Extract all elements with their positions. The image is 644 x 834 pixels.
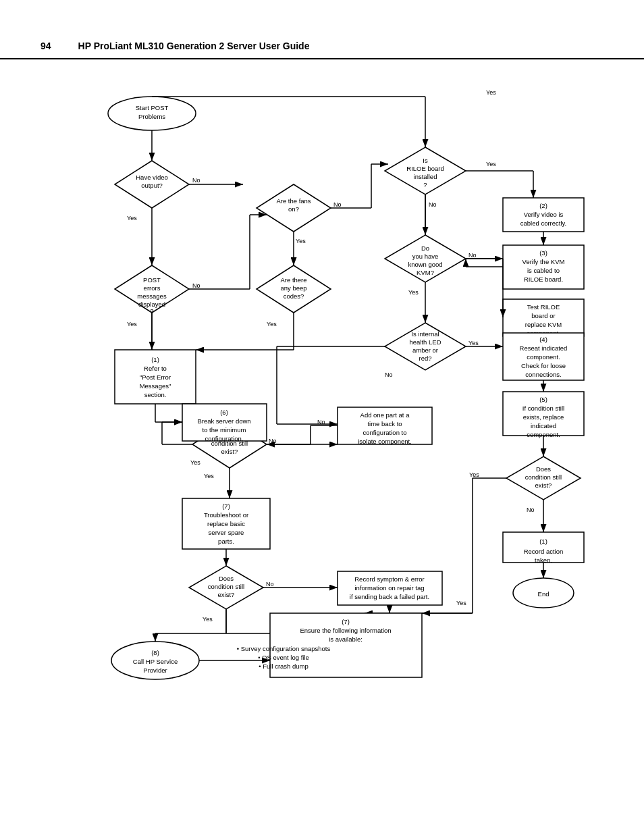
svg-text:(2): (2) bbox=[539, 202, 547, 209]
svg-text:if sending back a failed part.: if sending back a failed part. bbox=[350, 593, 429, 600]
svg-text:replace basic: replace basic bbox=[207, 520, 245, 527]
svg-text:Yes: Yes bbox=[469, 471, 479, 478]
svg-text:No: No bbox=[192, 282, 200, 289]
svg-text:codes?: codes? bbox=[284, 292, 304, 300]
svg-text:(8): (8) bbox=[151, 649, 159, 656]
svg-text:amber or: amber or bbox=[412, 346, 438, 354]
svg-text:you have: you have bbox=[412, 253, 439, 260]
svg-text:any beep: any beep bbox=[280, 284, 306, 292]
svg-text:RILOE board: RILOE board bbox=[406, 165, 444, 172]
svg-text:condition still: condition still bbox=[525, 473, 562, 481]
svg-text:on?: on? bbox=[288, 205, 299, 213]
svg-text:Yes: Yes bbox=[190, 459, 200, 466]
svg-text:Record action: Record action bbox=[524, 548, 564, 555]
svg-text:Yes: Yes bbox=[127, 321, 137, 328]
svg-text:RILOE board.: RILOE board. bbox=[524, 276, 563, 283]
svg-text:• Survey configuration snapsho: • Survey configuration snapshots bbox=[237, 645, 331, 652]
svg-text:POST: POST bbox=[143, 276, 161, 284]
svg-text:Is internal: Is internal bbox=[411, 330, 439, 338]
svg-text:Check for loose: Check for loose bbox=[521, 362, 566, 369]
svg-text:Have video: Have video bbox=[136, 174, 168, 181]
svg-text:(4): (4) bbox=[539, 336, 547, 343]
svg-text:Reseat indicated: Reseat indicated bbox=[520, 344, 568, 352]
svg-text:No: No bbox=[429, 201, 437, 208]
svg-text:Refer to: Refer to bbox=[144, 365, 167, 372]
svg-text:?: ? bbox=[423, 181, 427, 188]
svg-text:known good: known good bbox=[408, 261, 442, 268]
svg-text:Verify video is: Verify video is bbox=[524, 211, 564, 218]
svg-text:Yes: Yes bbox=[203, 616, 213, 623]
svg-text:configuration to: configuration to bbox=[363, 429, 407, 436]
svg-text:Messages": Messages" bbox=[140, 382, 171, 390]
svg-text:"Post Error: "Post Error bbox=[140, 373, 171, 381]
svg-text:server spare: server spare bbox=[209, 529, 244, 536]
svg-text:cabled correctly.: cabled correctly. bbox=[520, 219, 566, 227]
svg-text:information on repair tag: information on repair tag bbox=[355, 584, 425, 592]
svg-text:(6): (6) bbox=[220, 409, 228, 416]
svg-text:exist?: exist? bbox=[218, 591, 235, 598]
svg-text:Troubleshoot or: Troubleshoot or bbox=[204, 511, 248, 519]
svg-text:(1): (1) bbox=[151, 356, 159, 363]
page-number: 94 bbox=[41, 41, 51, 51]
svg-text:End: End bbox=[538, 590, 549, 598]
svg-text:section.: section. bbox=[144, 391, 167, 398]
svg-text:board or: board or bbox=[531, 312, 555, 319]
svg-text:output?: output? bbox=[141, 182, 163, 189]
diagram-container: Start POST Problems Have video output? Y… bbox=[0, 59, 644, 802]
svg-text:No: No bbox=[385, 371, 393, 378]
svg-text:(5): (5) bbox=[539, 396, 547, 403]
svg-text:to the minimum: to the minimum bbox=[203, 426, 246, 434]
svg-text:health LED: health LED bbox=[409, 338, 441, 346]
svg-text:Yes: Yes bbox=[267, 321, 277, 328]
svg-text:No: No bbox=[333, 201, 342, 208]
svg-text:condition still: condition still bbox=[208, 583, 244, 590]
svg-text:If condition still: If condition still bbox=[522, 405, 564, 412]
page-title: HP ProLiant ML310 Generation 2 Server Us… bbox=[78, 41, 310, 51]
svg-text:Start POST: Start POST bbox=[136, 104, 169, 111]
svg-text:No: No bbox=[527, 506, 535, 513]
svg-text:Yes: Yes bbox=[204, 473, 214, 479]
svg-text:Call HP Service: Call HP Service bbox=[133, 658, 178, 665]
svg-text:No: No bbox=[266, 581, 274, 588]
svg-text:Yes: Yes bbox=[486, 161, 496, 167]
svg-text:parts.: parts. bbox=[218, 538, 234, 545]
svg-text:indicated: indicated bbox=[531, 422, 556, 429]
svg-text:Add one part at a: Add one part at a bbox=[360, 411, 410, 419]
svg-text:Yes: Yes bbox=[456, 600, 466, 606]
svg-text:Are the fans: Are the fans bbox=[276, 197, 311, 205]
svg-text:No: No bbox=[468, 252, 477, 259]
svg-text:configuration.: configuration. bbox=[205, 435, 243, 442]
svg-text:(3): (3) bbox=[539, 249, 547, 257]
svg-text:KVM?: KVM? bbox=[417, 269, 434, 276]
flowchart-svg: Start POST Problems Have video output? Y… bbox=[27, 73, 614, 782]
svg-text:No: No bbox=[269, 438, 277, 444]
svg-text:exists, replace: exists, replace bbox=[523, 413, 564, 421]
svg-text:Break server down: Break server down bbox=[197, 417, 250, 425]
svg-text:Problems: Problems bbox=[138, 113, 165, 120]
svg-text:Does: Does bbox=[536, 465, 551, 473]
svg-text:Are there: Are there bbox=[280, 276, 306, 284]
svg-text:(7): (7) bbox=[222, 502, 230, 510]
svg-text:Do: Do bbox=[421, 244, 429, 252]
svg-text:messages: messages bbox=[137, 292, 167, 300]
svg-text:Provider: Provider bbox=[143, 667, 167, 674]
svg-text:• Full crash dump: • Full crash dump bbox=[259, 662, 308, 670]
svg-text:Yes: Yes bbox=[127, 215, 137, 221]
svg-text:isolate component.: isolate component. bbox=[358, 438, 412, 445]
svg-text:(7): (7) bbox=[342, 618, 350, 625]
svg-text:errors: errors bbox=[144, 284, 161, 292]
page-header: 94 HP ProLiant ML310 Generation 2 Server… bbox=[0, 0, 644, 59]
svg-text:Ensure the following informati: Ensure the following information bbox=[300, 627, 391, 634]
svg-text:red?: red? bbox=[419, 355, 431, 362]
svg-text:component.: component. bbox=[527, 353, 560, 361]
svg-text:exist?: exist? bbox=[221, 448, 238, 455]
svg-text:installed: installed bbox=[414, 173, 437, 180]
svg-text:is cabled to: is cabled to bbox=[527, 267, 560, 274]
svg-text:Does: Does bbox=[219, 575, 234, 582]
svg-text:time back to: time back to bbox=[367, 420, 402, 427]
svg-text:(1): (1) bbox=[539, 538, 547, 545]
svg-text:exist?: exist? bbox=[535, 481, 552, 489]
svg-text:replace KVM: replace KVM bbox=[525, 321, 562, 328]
svg-text:Verify the KVM: Verify the KVM bbox=[522, 258, 565, 265]
svg-text:Yes: Yes bbox=[486, 89, 496, 96]
